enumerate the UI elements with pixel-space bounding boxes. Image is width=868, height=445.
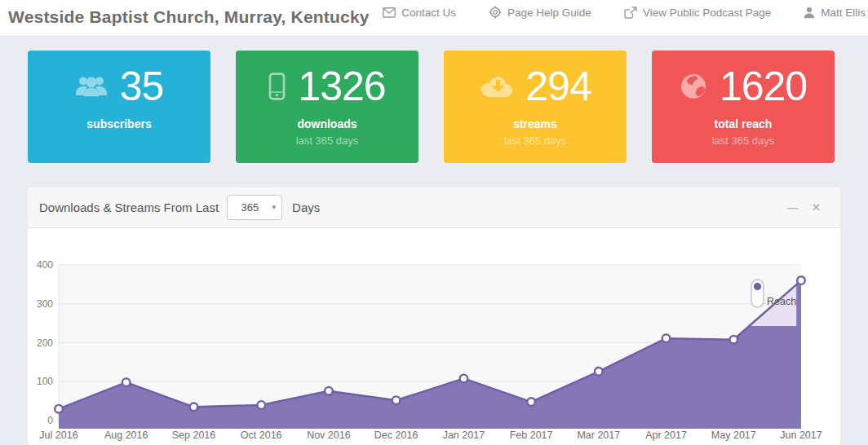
stat-card-downloads: 1326 downloads last 365 days: [236, 51, 418, 163]
data-point[interactable]: [122, 378, 131, 386]
chart-area[interactable]: 0100200300400Jul 2016Aug 2016Sep 2016Oct…: [28, 228, 840, 445]
stat-card-streams: 294 streams last 365 days: [444, 51, 627, 163]
data-point[interactable]: [257, 401, 265, 409]
svg-text:May 2017: May 2017: [711, 430, 756, 441]
globe-icon: [680, 73, 707, 100]
data-point[interactable]: [797, 276, 805, 284]
stats-row: 35 subscribers 1326 downloads last 365 d…: [0, 37, 868, 163]
data-point[interactable]: [392, 396, 401, 404]
stat-sublabel: last 365 days: [444, 134, 627, 147]
svg-text:200: 200: [37, 337, 53, 349]
stat-label: streams: [444, 117, 627, 130]
nav-label: Contact Us: [401, 7, 456, 19]
stat-value: 1326: [298, 66, 385, 107]
external-link-icon: [624, 7, 637, 19]
nav-item-contact-us[interactable]: Contact Us: [383, 5, 456, 20]
nav-item-user-matt-ellis[interactable]: Matt Ellis: [804, 5, 866, 20]
stat-value: 35: [120, 66, 164, 107]
downloads-streams-panel: Downloads & Streams From Last 365 ▾ Days…: [28, 187, 840, 445]
nav-label: Page Help Guide: [507, 7, 591, 19]
data-point[interactable]: [190, 403, 198, 412]
life-ring-icon: [489, 6, 502, 19]
svg-text:0: 0: [47, 415, 53, 426]
stat-sublabel: last 365 days: [652, 134, 835, 147]
data-point[interactable]: [55, 405, 63, 413]
svg-text:Mar 2017: Mar 2017: [577, 430, 620, 441]
users-icon: [75, 74, 108, 99]
svg-text:Dec 2016: Dec 2016: [374, 430, 418, 441]
stat-label: downloads: [236, 117, 418, 130]
data-point[interactable]: [730, 336, 738, 344]
data-point[interactable]: [662, 334, 671, 342]
envelope-icon: [383, 7, 396, 18]
nav-label: Matt Ellis: [821, 7, 866, 19]
svg-text:Jul 2016: Jul 2016: [39, 430, 78, 441]
svg-text:Reach: Reach: [767, 296, 796, 307]
stat-card-total-reach: 1620 total reach last 365 days: [652, 51, 835, 163]
cloud-download-icon: [479, 74, 513, 99]
close-icon[interactable]: ✕: [812, 202, 821, 213]
chevron-down-icon: ▾: [272, 204, 282, 211]
page-title: Westside Baptist Church, Murray, Kentuck…: [0, 0, 370, 36]
days-select[interactable]: 365 ▾: [227, 195, 282, 220]
svg-text:Jun 2017: Jun 2017: [780, 430, 822, 441]
user-icon: [804, 7, 815, 19]
stat-sublabel: [28, 134, 210, 147]
svg-text:Sep 2016: Sep 2016: [172, 430, 216, 441]
nav-label: View Public Podcast Page: [643, 7, 771, 19]
data-point[interactable]: [460, 375, 468, 383]
data-point[interactable]: [325, 387, 333, 395]
svg-text:Oct 2016: Oct 2016: [241, 430, 282, 441]
data-point[interactable]: [595, 368, 603, 376]
panel-title-suffix: Days: [292, 200, 320, 214]
mobile-icon: [268, 73, 286, 100]
panel-header: Downloads & Streams From Last 365 ▾ Days…: [28, 187, 840, 228]
svg-text:400: 400: [37, 259, 53, 271]
minimize-button[interactable]: —: [787, 202, 798, 213]
days-select-value: 365: [228, 201, 272, 214]
panel-title-prefix: Downloads & Streams From Last: [39, 200, 219, 214]
stat-value: 294: [525, 66, 591, 107]
svg-text:300: 300: [37, 298, 53, 310]
svg-text:Nov 2016: Nov 2016: [307, 430, 351, 441]
data-point[interactable]: [527, 398, 535, 406]
stat-sublabel: last 365 days: [236, 134, 418, 147]
panel-controls: — ✕: [787, 202, 821, 213]
top-navigation: Contact Us Page Help Guide: [383, 0, 868, 36]
stat-label: subscribers: [28, 117, 210, 130]
svg-text:Apr 2017: Apr 2017: [645, 430, 687, 441]
svg-text:Feb 2017: Feb 2017: [510, 430, 553, 441]
svg-text:Aug 2016: Aug 2016: [104, 430, 148, 441]
topbar: Westside Baptist Church, Murray, Kentuck…: [0, 0, 868, 37]
nav-item-page-help-guide[interactable]: Page Help Guide: [489, 5, 591, 20]
stat-card-subscribers: 35 subscribers: [28, 51, 210, 163]
svg-text:100: 100: [37, 376, 53, 387]
stat-value: 1620: [720, 66, 807, 107]
svg-text:Jan 2017: Jan 2017: [443, 430, 485, 441]
nav-item-view-public-podcast-page[interactable]: View Public Podcast Page: [624, 5, 771, 20]
stat-label: total reach: [652, 117, 835, 130]
